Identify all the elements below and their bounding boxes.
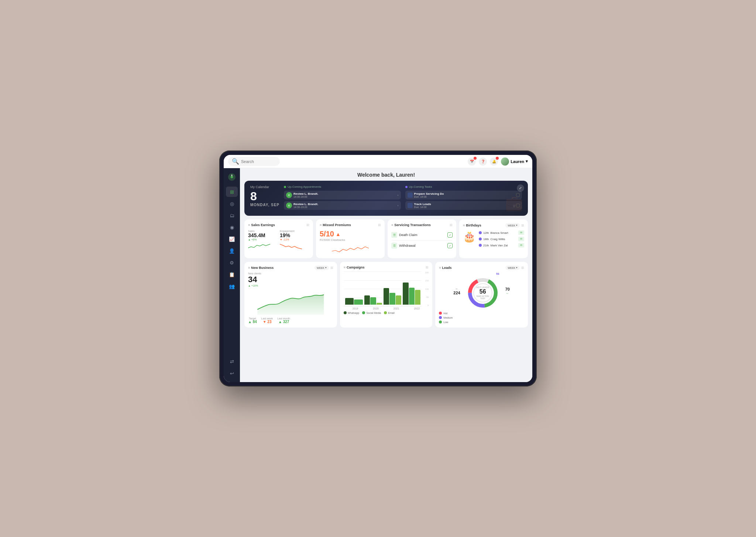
sidebar-item-analytics[interactable]: ◎	[226, 198, 238, 209]
legend-social: Social Media	[362, 311, 381, 314]
cal-task-1: Prepare Servicing Do Due: 14:00	[405, 191, 522, 200]
sales-expand-btn[interactable]: ⊞	[306, 223, 309, 227]
new-business-card: New Business WEEK ▾ ⊞ New clients 34 ▲ +…	[244, 262, 337, 328]
legend-low: Low	[439, 321, 524, 323]
leads-donut: HOT LEADS 56 NEED ACTION TODY	[466, 276, 499, 309]
last-week-val: ▼ 23	[263, 320, 272, 324]
calendar-icon-btn[interactable]: 📅	[468, 157, 476, 166]
engagement-value: 19%	[280, 232, 309, 238]
sidebar-item-switch[interactable]: ⇄	[226, 356, 238, 367]
help-icon-btn[interactable]: ❓	[479, 157, 487, 166]
servicing-transactions-card: Servicing Transactions ⊞ ☰ Death Claim ✓	[388, 219, 456, 258]
trans-death-claim: ☰ Death Claim ✓	[391, 230, 453, 240]
sales-mini-chart	[248, 242, 270, 250]
missed-premiums-title: Missed Premiums	[320, 223, 351, 227]
notif-badge	[496, 157, 499, 160]
sidebar-item-reports[interactable]: 📈	[226, 234, 238, 244]
cal-appt-2: R Review L. Brandt. 14:30-19:20 ›	[284, 201, 401, 210]
bday-1-mail[interactable]: ✉	[518, 231, 524, 235]
chart-legend: Whatsapp Social Media Email	[344, 311, 429, 314]
calendar-right: Up-Coming Appointments R Review L. Brand…	[284, 185, 522, 211]
birthdays-expand-btn[interactable]: ⊞	[521, 224, 524, 227]
sidebar-item-files[interactable]: 🗂	[226, 210, 238, 221]
sidebar-item-profile[interactable]: 👤	[226, 246, 238, 256]
missed-expand-btn[interactable]: ⊞	[378, 223, 381, 227]
leads-right-num: 70	[505, 287, 510, 291]
sidebar-logo	[227, 172, 237, 182]
calendar-expand-btn[interactable]: ⤢	[517, 184, 524, 192]
calendar-date-label: MONDAY, SEP	[250, 203, 279, 207]
sidebar-item-dashboard[interactable]: ⊞	[226, 187, 238, 197]
calendar-date-num: 8	[250, 190, 279, 202]
sidebar-item-goals[interactable]: ⚙	[226, 257, 238, 268]
bar-chart	[344, 271, 429, 305]
bottom-grid: New Business WEEK ▾ ⊞ New clients 34 ▲ +…	[244, 262, 528, 328]
user-menu[interactable]: Lauren ▾	[501, 157, 528, 166]
appt-section-title: Up-Coming Appointments	[284, 185, 401, 188]
sales-earnings-title: Sales Earnings	[248, 223, 275, 227]
cal-appt-dot: R	[286, 192, 292, 198]
leads-expand-btn[interactable]: ⊞	[521, 266, 524, 270]
legend-email: Email	[384, 311, 395, 314]
stats-grid: Sales Earnings ⊞ Sales 345.4M ▲ +8%	[244, 219, 528, 258]
trans-withdrawal: ☰ Withdrawal ✓	[391, 240, 453, 251]
task-icon-1	[408, 193, 413, 198]
target-row: Target ▲ 84 Last week ▼ 23 Last month ▲ …	[248, 317, 333, 324]
engagement-change: ▼ -11%	[280, 238, 309, 241]
sales-label: Sales	[248, 230, 278, 232]
sidebar-item-logout[interactable]: ↩	[226, 368, 238, 378]
bday-3-mail[interactable]: ✉	[518, 243, 524, 247]
servicing-expand-btn[interactable]: ⊞	[450, 223, 453, 227]
bday-2-mail[interactable]: ✉	[518, 237, 524, 241]
sidebar: ⊞ ◎ 🗂 ◉ 📈 👤 ⚙ 📋 👥 ⇄ ↩	[224, 168, 240, 382]
missed-value: 5/10 ▲	[320, 230, 381, 238]
task-1-due: Due: 14:00	[414, 195, 444, 198]
search-input[interactable]	[241, 159, 276, 164]
target-item: Target ▲ 84	[248, 317, 257, 324]
death-claim-label: Death Claim	[399, 233, 417, 237]
hot-leads-num: 56	[474, 288, 491, 295]
my-calendar-label: My Calendar	[250, 185, 279, 189]
new-business-week-btn[interactable]: WEEK ▾	[315, 266, 329, 270]
bday-1-name: Bianca Smart	[491, 231, 508, 235]
sidebar-item-targets[interactable]: ◉	[226, 222, 238, 232]
upcoming-appointments: Up-Coming Appointments R Review L. Brand…	[284, 185, 401, 211]
low-label: Low	[443, 321, 448, 323]
missed-premiums-card: Missed Premiums ⊞ 5/10 ▲ R15000 Clawback…	[316, 219, 385, 258]
appt-2-name: Review L. Brandt.	[293, 202, 318, 206]
bday-2-name: Craig Willis	[491, 238, 505, 241]
sales-change: ▲ +8%	[248, 238, 278, 241]
withdrawal-icon: ☰	[391, 243, 397, 249]
birthdays-week-btn[interactable]: WEEK ▾	[505, 223, 520, 228]
briefcase-icon: 💼	[505, 195, 523, 212]
missed-sub: R15000 Clawbacks	[320, 238, 381, 242]
last-month-val: ▲ 327	[278, 320, 289, 324]
leads-left-num: 224	[453, 291, 460, 295]
bday-dot-3	[479, 244, 482, 247]
sidebar-item-tasks[interactable]: 📋	[226, 269, 238, 280]
campaigns-expand-btn[interactable]: ⊞	[426, 266, 429, 269]
appt-2-time: 14:30-19:20	[293, 206, 318, 208]
medium-label: Medium	[443, 316, 453, 319]
avatar	[501, 157, 509, 166]
notifications-icon-btn[interactable]: 🔔	[490, 157, 498, 166]
death-claim-check[interactable]: ✓	[447, 232, 453, 238]
appt-1-time: 14:30-16:00	[293, 195, 318, 198]
withdrawal-check[interactable]: ✓	[447, 243, 453, 248]
calendar-date-section: My Calendar 8 MONDAY, SEP	[250, 185, 279, 211]
leads-legend: Hot Medium Low	[439, 312, 524, 323]
search-box[interactable]: 🔍	[228, 157, 280, 166]
leads-week-btn[interactable]: WEEK ▾	[505, 266, 520, 270]
campaigns-title: Campaigns	[344, 266, 365, 269]
new-business-expand-btn[interactable]: ⊞	[330, 266, 333, 270]
sidebar-item-team[interactable]: 👥	[226, 281, 238, 291]
missed-chart	[320, 244, 381, 253]
content-area: Welcome back, Lauren! My Calendar 8 MOND…	[240, 168, 532, 382]
top-bar: 🔍 📅 ❓ 🔔 Lauren ▾	[224, 155, 532, 168]
appt-arrow-1: ›	[398, 194, 399, 197]
need-action-label: NEED ACTION TODY	[474, 295, 491, 299]
user-name: Lauren	[511, 159, 524, 164]
leads-title: Leads	[439, 266, 451, 270]
last-month-item: Last month ▲ 327	[277, 317, 290, 324]
bday-dot-2	[479, 238, 482, 240]
